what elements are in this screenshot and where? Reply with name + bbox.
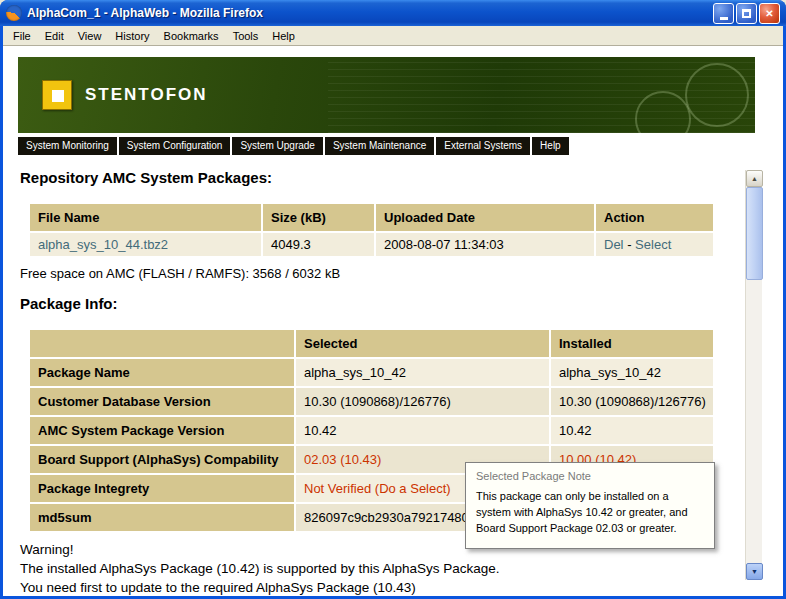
menu-item-view[interactable]: View [71, 27, 109, 45]
row-label-package-integrity: Package Integrety [30, 474, 295, 503]
installed-package-name: alpha_sys_10_42 [550, 358, 714, 387]
nav-item-system-configuration[interactable]: System Configuration [119, 137, 231, 155]
nav-item-system-maintenance[interactable]: System Maintenance [325, 137, 434, 155]
row-label-md5sum: md5sum [30, 503, 295, 532]
repository-heading: Repository AMC System Packages: [20, 169, 783, 186]
select-package-link[interactable]: Select [635, 237, 671, 252]
maximize-button[interactable] [736, 3, 757, 24]
window-controls: ✕ [713, 3, 780, 24]
selected-package-name: alpha_sys_10_42 [295, 358, 550, 387]
column-header-action: Action [595, 204, 714, 232]
nav-item-system-monitoring[interactable]: System Monitoring [18, 137, 117, 155]
nav-item-help[interactable]: Help [532, 137, 569, 155]
table-row: Customer Database Version 10.30 (1090868… [30, 387, 714, 416]
menu-item-tools[interactable]: Tools [226, 27, 266, 45]
selected-package-note-tooltip: Selected Package Note This package can o… [465, 462, 715, 549]
package-uploaded-cell: 2008-08-07 11:34:03 [375, 232, 595, 256]
menu-item-help[interactable]: Help [265, 27, 302, 45]
vertical-scrollbar[interactable]: ▲ ▼ [745, 170, 762, 580]
package-info-heading: Package Info: [20, 295, 783, 312]
menu-item-file[interactable]: File [6, 27, 38, 45]
banner-circle-decoration [635, 91, 691, 133]
repository-table: File Name Size (kB) Uploaded Date Action… [30, 204, 715, 256]
row-label-customer-db-version: Customer Database Version [30, 387, 295, 416]
scroll-down-button[interactable]: ▼ [746, 563, 763, 580]
title-bar: AlphaCom_1 - AlphaWeb - Mozilla Firefox … [0, 0, 786, 26]
maximize-icon [742, 9, 751, 18]
minimize-button[interactable] [713, 3, 734, 24]
table-row: Package Name alpha_sys_10_42 alpha_sys_1… [30, 358, 714, 387]
nav-item-external-systems[interactable]: External Systems [436, 137, 530, 155]
row-label-amc-package-version: AMC System Package Version [30, 416, 295, 445]
column-header-file-name: File Name [30, 204, 262, 232]
menu-bar: File Edit View History Bookmarks Tools H… [3, 26, 783, 46]
table-row: alpha_sys_10_44.tbz2 4049.3 2008-08-07 1… [30, 232, 714, 256]
firefox-icon [6, 5, 22, 21]
warning-text: Warning! The installed AlphaSys Package … [20, 541, 783, 596]
column-header-uploaded-date: Uploaded Date [375, 204, 595, 232]
tooltip-body: This package can only be installed on a … [476, 489, 704, 537]
stentofon-logo-icon [42, 80, 72, 110]
column-header-size: Size (kB) [262, 204, 375, 232]
banner-circle-decoration [685, 63, 749, 127]
column-header-selected: Selected [295, 330, 550, 358]
row-label-package-name: Package Name [30, 358, 295, 387]
column-header-blank [30, 330, 295, 358]
browser-viewport: STENTOFON System Monitoring System Confi… [3, 46, 783, 596]
table-row: AMC System Package Version 10.42 10.42 [30, 416, 714, 445]
scroll-up-button[interactable]: ▲ [746, 170, 763, 187]
tooltip-title: Selected Package Note [476, 470, 704, 482]
installed-amc-package-version: 10.42 [550, 416, 714, 445]
stentofon-logo-text: STENTOFON [85, 85, 208, 105]
nav-item-system-upgrade[interactable]: System Upgrade [232, 137, 322, 155]
menu-item-history[interactable]: History [108, 27, 156, 45]
window-title: AlphaCom_1 - AlphaWeb - Mozilla Firefox [27, 6, 708, 20]
scrollbar-thumb[interactable] [746, 187, 763, 280]
action-separator: - [627, 237, 631, 252]
stentofon-banner: STENTOFON [18, 57, 755, 133]
installed-customer-db-version: 10.30 (1090868)/126776) [550, 387, 714, 416]
close-button[interactable]: ✕ [759, 3, 780, 24]
delete-package-link[interactable]: Del [604, 237, 624, 252]
package-file-link[interactable]: alpha_sys_10_44.tbz2 [38, 237, 168, 252]
column-header-installed: Installed [550, 330, 714, 358]
warning-line: You need first to update to the required… [20, 579, 783, 596]
warning-line: The installed AlphaSys Package (10.42) i… [20, 560, 783, 579]
selected-amc-package-version: 10.42 [295, 416, 550, 445]
nav-bar: System Monitoring System Configuration S… [18, 137, 783, 155]
package-size-cell: 4049.3 [262, 232, 375, 256]
package-info-header-row: Selected Installed [30, 330, 714, 358]
row-label-board-support: Board Support (AlphaSys) Compability [30, 445, 295, 474]
menu-item-bookmarks[interactable]: Bookmarks [157, 27, 226, 45]
free-space-text: Free space on AMC (FLASH / RAMFS): 3568 … [20, 266, 783, 281]
browser-window: AlphaCom_1 - AlphaWeb - Mozilla Firefox … [0, 0, 786, 599]
repository-header-row: File Name Size (kB) Uploaded Date Action [30, 204, 714, 232]
selected-customer-db-version: 10.30 (1090868)/126776) [295, 387, 550, 416]
menu-item-edit[interactable]: Edit [38, 27, 71, 45]
minimize-icon [720, 17, 728, 20]
